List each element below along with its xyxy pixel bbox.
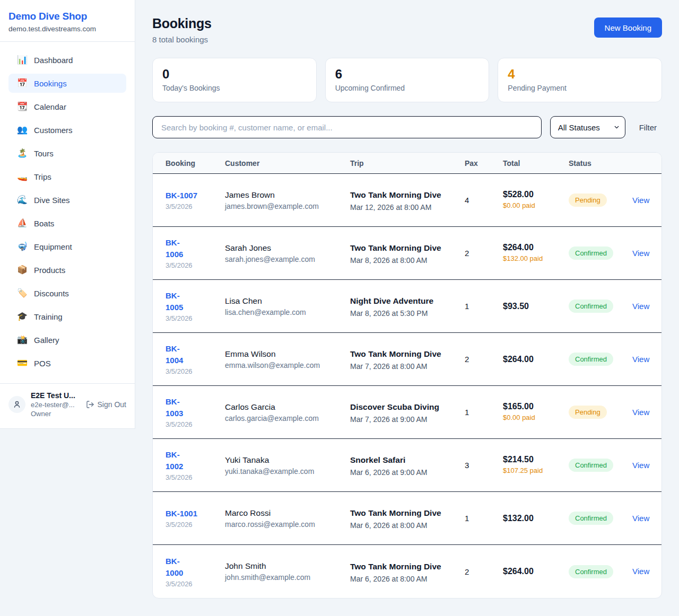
status-select[interactable]: All Statuses xyxy=(550,116,625,138)
booking-id-link[interactable]: BK- 1000 xyxy=(166,556,183,579)
sidebar-item-discounts[interactable]: 🏷️Discounts xyxy=(8,284,126,303)
customer-name: Emma Wilson xyxy=(225,349,350,359)
tag-icon: 🏷️ xyxy=(17,289,28,297)
trip-name: Two Tank Morning Dive xyxy=(350,560,465,573)
camera-icon: 📸 xyxy=(17,336,28,344)
sidebar-item-training[interactable]: 🎓Training xyxy=(8,307,126,326)
view-link[interactable]: View xyxy=(632,249,649,258)
status-cell: Confirmed xyxy=(569,353,632,366)
sidebar-item-equipment[interactable]: 🤿Equipment xyxy=(8,237,126,256)
trip-cell: Two Tank Morning Dive Mar 12, 2026 at 8:… xyxy=(350,189,465,212)
booking-id-link[interactable]: BK- 1005 xyxy=(166,290,183,313)
page-header: Bookings 8 total bookings New Booking xyxy=(152,16,662,44)
pax-value: 4 xyxy=(465,196,503,205)
trip-name: Discover Scuba Diving xyxy=(350,401,465,413)
page-subtitle: 8 total bookings xyxy=(152,35,212,44)
sidebar-item-customers[interactable]: 👥Customers xyxy=(8,120,126,139)
booking-cell: BK- 1000 3/5/2026 xyxy=(166,556,225,588)
sidebar-item-boats[interactable]: ⛵Boats xyxy=(8,214,126,233)
booking-cell: BK-1001 3/5/2026 xyxy=(166,508,225,529)
pax-value: 2 xyxy=(465,567,503,576)
trip-cell: Discover Scuba Diving Mar 7, 2026 at 9:0… xyxy=(350,401,465,424)
stat-label: Today's Bookings xyxy=(162,84,307,92)
column-header-customer: Customer xyxy=(225,159,350,168)
total-cell: $264.00 xyxy=(503,355,569,364)
trip-cell: Night Dive Adventure Mar 8, 2026 at 5:30… xyxy=(350,295,465,318)
sign-out-button[interactable]: Sign Out xyxy=(86,400,126,409)
trip-datetime: Mar 8, 2026 at 8:00 AM xyxy=(350,256,465,265)
trip-datetime: Mar 7, 2026 at 9:00 AM xyxy=(350,415,465,424)
diving-mask-icon: 🤿 xyxy=(17,242,28,251)
sidebar-item-calendar[interactable]: 📆Calendar xyxy=(8,97,126,116)
view-link[interactable]: View xyxy=(632,196,649,205)
sidebar-item-products[interactable]: 📦Products xyxy=(8,260,126,279)
table-row: BK- 1002 3/5/2026 Yuki Tanaka yuki.tanak… xyxy=(153,439,661,492)
avatar xyxy=(8,396,25,413)
filter-button[interactable]: Filter xyxy=(634,123,662,132)
booking-id-link[interactable]: BK- 1006 xyxy=(166,237,183,260)
pax-value: 1 xyxy=(465,408,503,417)
column-header-booking: Booking xyxy=(166,159,225,168)
user-email: e2e-tester@... xyxy=(31,401,81,409)
sidebar-item-dive-sites[interactable]: 🌊Dive Sites xyxy=(8,190,126,209)
booking-id-link[interactable]: BK-1001 xyxy=(166,508,197,520)
total-amount: $264.00 xyxy=(503,355,569,364)
sidebar-item-gallery[interactable]: 📸Gallery xyxy=(8,330,126,349)
sidebar-item-label: POS xyxy=(34,359,51,368)
sidebar-item-trips[interactable]: 🚤Trips xyxy=(8,167,126,186)
search-input[interactable] xyxy=(152,116,542,138)
trip-name: Night Dive Adventure xyxy=(350,295,465,307)
booking-id-link[interactable]: BK- 1004 xyxy=(166,343,183,366)
total-amount: $132.00 xyxy=(503,514,569,523)
actions-cell: View xyxy=(632,249,649,258)
paid-amount: $0.00 paid xyxy=(503,413,569,423)
view-link[interactable]: View xyxy=(632,567,649,576)
booking-cell: BK- 1005 3/5/2026 xyxy=(166,290,225,322)
package-icon: 📦 xyxy=(17,266,28,274)
sidebar-item-bookings[interactable]: 📅Bookings xyxy=(8,74,126,93)
new-booking-button[interactable]: New Booking xyxy=(594,17,662,38)
sidebar-item-label: Equipment xyxy=(34,242,72,251)
booking-id-link[interactable]: BK- 1002 xyxy=(166,449,183,472)
customer-cell: Marco Rossi marco.rossi@example.com xyxy=(225,508,350,529)
booking-date: 3/5/2026 xyxy=(166,203,225,210)
status-badge: Confirmed xyxy=(569,459,613,472)
trip-datetime: Mar 6, 2026 at 8:00 AM xyxy=(350,521,465,530)
customer-cell: John Smith john.smith@example.com xyxy=(225,561,350,582)
customer-name: John Smith xyxy=(225,561,350,571)
booking-date: 3/5/2026 xyxy=(166,473,225,481)
status-cell: Confirmed xyxy=(569,247,632,260)
status-cell: Confirmed xyxy=(569,459,632,472)
stat-label: Pending Payment xyxy=(508,84,652,92)
sidebar-item-label: Tours xyxy=(34,149,54,158)
sidebar-item-pos[interactable]: 💳POS xyxy=(8,354,126,373)
table-header-row: Booking Customer Trip Pax Total Status xyxy=(153,153,661,174)
customer-email: james.brown@example.com xyxy=(225,202,350,210)
trip-datetime: Mar 6, 2026 at 8:00 AM xyxy=(350,575,465,583)
view-link[interactable]: View xyxy=(632,408,649,417)
sidebar-item-tours[interactable]: 🏝️Tours xyxy=(8,144,126,163)
sidebar-item-dashboard[interactable]: 📊Dashboard xyxy=(8,50,126,69)
customer-cell: Emma Wilson emma.wilson@example.com xyxy=(225,349,350,369)
view-link[interactable]: View xyxy=(632,514,649,523)
total-amount: $528.00 xyxy=(503,190,569,199)
speedboat-icon: 🚤 xyxy=(17,172,28,181)
pax-value: 1 xyxy=(465,302,503,311)
trip-name: Two Tank Morning Dive xyxy=(350,242,465,254)
actions-cell: View xyxy=(632,355,649,364)
booking-id-link[interactable]: BK- 1003 xyxy=(166,396,183,419)
view-link[interactable]: View xyxy=(632,461,649,470)
actions-cell: View xyxy=(632,196,649,205)
status-badge: Pending xyxy=(569,193,607,207)
view-link[interactable]: View xyxy=(632,302,649,311)
total-cell: $528.00 $0.00 paid xyxy=(503,190,569,210)
view-link[interactable]: View xyxy=(632,355,649,364)
trip-cell: Two Tank Morning Dive Mar 8, 2026 at 8:0… xyxy=(350,242,465,265)
booking-id-link[interactable]: BK-1007 xyxy=(166,190,197,201)
sidebar: Demo Dive Shop demo.test.divestreams.com… xyxy=(0,0,135,429)
status-cell: Pending xyxy=(569,406,632,419)
total-cell: $165.00 $0.00 paid xyxy=(503,402,569,423)
booking-date: 3/5/2026 xyxy=(166,420,225,428)
sidebar-item-label: Customers xyxy=(34,126,73,135)
filter-row: All Statuses Filter xyxy=(152,116,662,138)
